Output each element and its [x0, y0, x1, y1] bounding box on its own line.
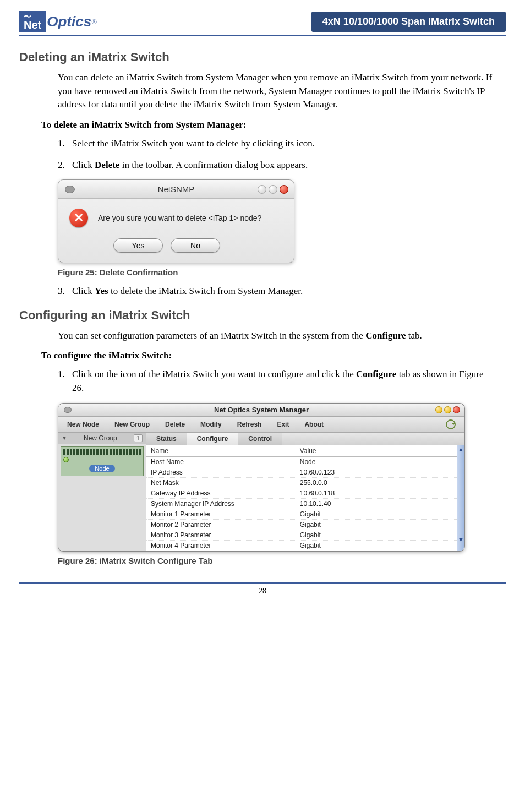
yes-button[interactable]: Yes	[113, 238, 163, 253]
configuring-intro: You can set configuration parameters of …	[58, 329, 495, 343]
scroll-up-arrow-icon[interactable]: ▲	[457, 445, 464, 453]
dialog-message: Are you sure you want to delete <iTap 1>…	[98, 214, 261, 222]
config-step-1-bold: Configure	[356, 369, 396, 379]
deleting-intro: You can delete an iMatrix Switch from Sy…	[58, 71, 495, 112]
logo-registered-icon: ®	[91, 18, 97, 26]
product-title-bar: 4xN 10/100/1000 Span iMatrix Switch	[311, 12, 506, 32]
device-node-chip[interactable]: Node	[89, 465, 114, 472]
deleting-subhead: To delete an iMatrix Switch from System …	[41, 119, 506, 130]
device-card[interactable]: Node	[61, 446, 144, 476]
table-row[interactable]: IP Address 10.60.0.123	[146, 467, 457, 478]
deleting-steps-cont: 3. Click Yes to delete the iMatrix Switc…	[58, 285, 495, 298]
scroll-down-arrow-icon[interactable]: ▼	[457, 536, 464, 543]
figure-26-wrap: Net Optics System Manager New Node New G…	[58, 403, 506, 552]
heading-deleting: Deleting an iMatrix Switch	[19, 50, 506, 64]
window-controls	[258, 185, 288, 194]
system-manager-window: Net Optics System Manager New Node New G…	[58, 403, 465, 552]
menu-delete[interactable]: Delete	[165, 421, 185, 428]
table-row[interactable]: Monitor 1 Parameter Gigabit	[146, 509, 457, 520]
figure-25-title: Delete Confirmation	[100, 268, 178, 277]
table-row[interactable]: Gateway IP Address 10.60.0.118	[146, 488, 457, 499]
dialog-title-text: NetSNMP	[158, 184, 195, 194]
col-name-header[interactable]: Name	[146, 445, 296, 456]
win-close-icon[interactable]	[453, 406, 460, 413]
table-row[interactable]: Host Name Node	[146, 457, 457, 467]
device-ports-icon	[63, 449, 141, 455]
win-right-controls	[435, 406, 460, 413]
refresh-circle-icon[interactable]	[446, 419, 456, 429]
figure-25-caption: Figure 25: Delete Confirmation	[58, 268, 506, 277]
config-step-1: 1. Click on the icon of the iMatrix Swit…	[58, 368, 495, 395]
dialog-titlebar: NetSNMP	[58, 180, 294, 199]
dialog-body: ✕ Are you sure you want to delete <iTap …	[58, 199, 294, 234]
table-row[interactable]: Net Mask 255.0.0.0	[146, 478, 457, 488]
sidebar-group-label: New Group	[84, 434, 117, 442]
cell-value: Gigabit	[296, 530, 445, 540]
main-pane: Status Configure Control Name Value Host…	[146, 433, 464, 551]
table-row[interactable]: Monitor 2 Parameter Gigabit	[146, 520, 457, 530]
cell-name: System Manager IP Address	[146, 499, 296, 509]
delete-confirmation-dialog: NetSNMP ✕ Are you sure you want to delet…	[58, 179, 294, 263]
table-row[interactable]: System Manager IP Address 10.10.1.40	[146, 499, 457, 509]
yes-rest: es	[136, 241, 145, 250]
sidebar-group-count: 1	[134, 434, 143, 442]
window-close-icon[interactable]	[280, 185, 288, 194]
sidebar-group-header[interactable]: ▼ New Group 1	[58, 433, 146, 444]
config-intro-post: tab.	[406, 330, 422, 341]
figure-26-title: iMatrix Switch Configure Tab	[100, 556, 213, 565]
menu-about[interactable]: About	[304, 421, 324, 428]
logo-net-box: 〜 Net	[19, 11, 46, 32]
cell-value: 10.60.0.123	[296, 467, 445, 477]
menu-refresh[interactable]: Refresh	[237, 421, 262, 428]
cell-value: 255.0.0.0	[296, 478, 445, 488]
config-intro-bold: Configure	[365, 330, 406, 341]
cell-name: Monitor 1 Parameter	[146, 509, 296, 519]
menu-exit[interactable]: Exit	[277, 421, 289, 428]
cell-name: Net Mask	[146, 478, 296, 488]
figure-26-num: Figure 26:	[58, 556, 100, 565]
menu-modify[interactable]: Modify	[200, 421, 222, 428]
cell-value: Node	[296, 457, 445, 467]
step-3-post: to delete the iMatrix Switch from System…	[108, 286, 303, 296]
win-yellow-icon[interactable]	[435, 406, 442, 413]
window-button-2-icon[interactable]	[269, 185, 277, 194]
menubar: New Node New Group Delete Modify Refresh…	[58, 417, 464, 433]
menu-new-group[interactable]: New Group	[114, 421, 150, 428]
tab-configure[interactable]: Configure	[187, 433, 239, 445]
tab-status[interactable]: Status	[146, 433, 187, 445]
disclosure-triangle-icon[interactable]: ▼	[62, 435, 67, 441]
cell-value: Gigabit	[296, 520, 445, 530]
table-row[interactable]: Monitor 3 Parameter Gigabit	[146, 530, 457, 541]
configuring-steps: 1. Click on the icon of the iMatrix Swit…	[58, 368, 495, 395]
step-2-bold: Delete	[95, 160, 119, 170]
config-intro-pre: You can set configuration parameters of …	[58, 330, 365, 341]
winmgr-titlebar: Net Optics System Manager	[58, 404, 464, 417]
cell-name: Host Name	[146, 457, 296, 467]
step-2: 2. Click Delete in the toolbar. A confir…	[58, 159, 495, 172]
sidebar: ▼ New Group 1 Node	[58, 433, 146, 551]
col-value-header[interactable]: Value	[296, 445, 445, 456]
no-button[interactable]: No	[171, 238, 220, 253]
tab-control[interactable]: Control	[238, 433, 282, 445]
table-row[interactable]: Monitor 4 Parameter Gigabit	[146, 541, 457, 551]
dialog-button-row: Yes No	[58, 234, 294, 263]
step-1: 1.Select the iMatrix Switch you want to …	[58, 137, 495, 151]
figure-26-caption: Figure 26: iMatrix Switch Configure Tab	[58, 556, 506, 565]
no-rest: o	[196, 241, 200, 250]
cell-value: Gigabit	[296, 541, 445, 551]
cell-value: 10.10.1.40	[296, 499, 445, 509]
winmgr-content: ▼ New Group 1 Node Status Conf	[58, 433, 464, 551]
winmgr-title-text: Net Optics System Manager	[214, 406, 309, 414]
win-yellow2-icon[interactable]	[444, 406, 451, 413]
menu-new-node[interactable]: New Node	[67, 421, 99, 428]
page-header: 〜 Net Optics ® 4xN 10/100/1000 Span iMat…	[19, 11, 506, 36]
vertical-scrollbar[interactable]: ▲ ▼	[457, 445, 464, 551]
brand-logo: 〜 Net Optics ®	[19, 11, 97, 32]
cell-value: Gigabit	[296, 509, 445, 519]
configuring-subhead: To configure the iMatrix Switch:	[41, 350, 506, 361]
figure-25-wrap: NetSNMP ✕ Are you sure you want to delet…	[58, 179, 506, 263]
window-minimize-icon[interactable]	[65, 186, 75, 193]
page-footer: 28	[19, 582, 506, 596]
window-button-1-icon[interactable]	[258, 185, 266, 194]
win-minimize-icon[interactable]	[64, 407, 72, 413]
